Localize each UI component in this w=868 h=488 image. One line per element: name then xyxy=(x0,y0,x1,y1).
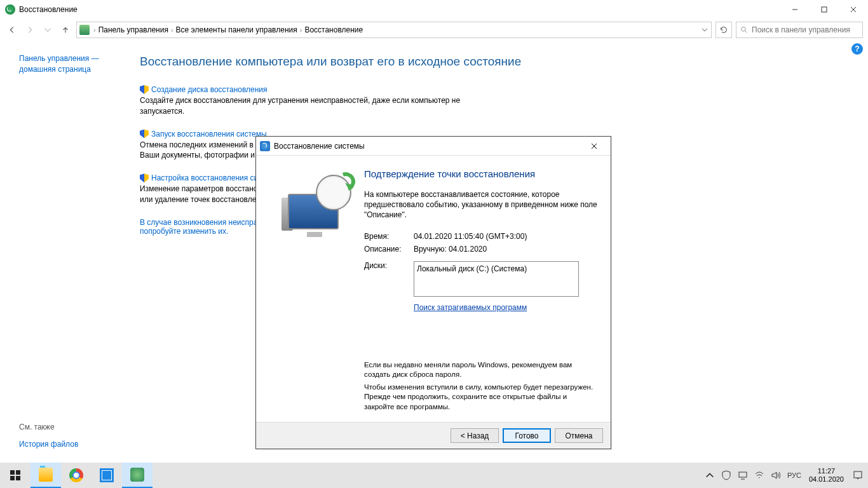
chevron-right-icon: › xyxy=(93,26,96,34)
recent-dropdown[interactable] xyxy=(41,23,55,37)
svg-rect-11 xyxy=(16,476,20,480)
volume-icon[interactable] xyxy=(770,463,782,488)
system-tray: РУС 11:27 04.01.2020 xyxy=(703,463,868,488)
dialog-heading: Подтверждение точки восстановления xyxy=(364,168,598,179)
window-titlebar: Восстановление xyxy=(0,0,868,19)
back-button[interactable]: < Назад xyxy=(451,428,499,443)
minimize-button[interactable] xyxy=(780,0,810,19)
start-system-restore-link[interactable]: Запуск восстановления системы xyxy=(151,130,267,139)
shield-icon xyxy=(140,130,149,139)
system-restore-dialog: Восстановление системы Подтверждение точ… xyxy=(255,136,611,449)
svg-rect-14 xyxy=(854,471,862,478)
dialog-title: Восстановление системы xyxy=(274,142,365,151)
password-warning: Если вы недавно меняли пароль Windows, р… xyxy=(364,360,598,380)
dialog-titlebar[interactable]: Восстановление системы xyxy=(256,137,611,156)
help-button[interactable]: ? xyxy=(851,43,863,55)
maximize-button[interactable] xyxy=(810,0,839,19)
wifi-icon[interactable] xyxy=(753,463,766,488)
search-input[interactable]: Поиск в панели управления xyxy=(736,22,863,38)
cancel-button[interactable]: Отмена xyxy=(555,428,603,443)
language-indicator[interactable]: РУС xyxy=(786,463,803,488)
window-title: Восстановление xyxy=(19,5,78,14)
disks-list[interactable]: Локальный диск (C:) (Система) xyxy=(414,261,579,297)
shield-icon xyxy=(140,85,149,94)
finish-button[interactable]: Готово xyxy=(503,428,551,443)
cp-home-link[interactable]: Панель управления — домашняя страница xyxy=(19,54,99,74)
file-history-link[interactable]: История файлов xyxy=(19,439,78,450)
svg-rect-8 xyxy=(10,470,15,475)
time-label: Время: xyxy=(364,232,414,241)
see-also-label: См. также xyxy=(19,423,78,431)
dialog-artwork xyxy=(269,168,364,414)
chevron-down-icon[interactable] xyxy=(701,26,709,34)
tray-overflow-icon[interactable] xyxy=(703,463,716,488)
dialog-footer: < Назад Готово Отмена xyxy=(256,422,611,449)
svg-rect-12 xyxy=(739,472,747,477)
action-center-icon[interactable] xyxy=(850,463,865,488)
chevron-right-icon: › xyxy=(171,26,173,34)
system-restore-icon xyxy=(260,141,270,151)
restart-warning: Чтобы изменения вступили в силу, компьют… xyxy=(364,383,598,412)
scan-affected-programs-link[interactable]: Поиск затрагиваемых программ xyxy=(414,303,598,312)
description-label: Описание: xyxy=(364,245,414,254)
back-button[interactable] xyxy=(5,23,19,37)
svg-line-5 xyxy=(745,31,747,33)
page-title: Восстановление компьютера или возврат ег… xyxy=(140,55,830,69)
taskbar-app[interactable] xyxy=(92,463,122,488)
taskbar: РУС 11:27 04.01.2020 xyxy=(0,463,868,488)
forward-button[interactable] xyxy=(23,23,37,37)
disks-label: Диски: xyxy=(364,261,414,297)
chrome-icon xyxy=(69,468,83,482)
item-desc: Создайте диск восстановления для устране… xyxy=(140,95,470,117)
svg-rect-1 xyxy=(822,7,827,12)
network-icon[interactable] xyxy=(736,463,749,488)
svg-rect-10 xyxy=(10,476,15,480)
recovery-icon xyxy=(5,4,15,15)
time-value: 04.01.2020 11:05:40 (GMT+3:00) xyxy=(414,232,527,241)
taskbar-chrome[interactable] xyxy=(61,463,92,488)
close-button[interactable] xyxy=(839,0,868,19)
disk-item: Локальный диск (C:) (Система) xyxy=(417,264,527,273)
tray-clock[interactable]: 11:27 04.01.2020 xyxy=(806,467,846,484)
up-button[interactable] xyxy=(58,23,72,37)
create-recovery-drive-link[interactable]: Создание диска восстановления xyxy=(151,85,268,94)
control-panel-icon xyxy=(79,25,90,35)
description-value: Вручную: 04.01.2020 xyxy=(414,245,487,254)
chevron-right-icon: › xyxy=(300,26,302,34)
crumb-leaf[interactable]: Восстановление xyxy=(304,25,363,34)
taskbar-restore[interactable] xyxy=(122,463,153,488)
refresh-button[interactable] xyxy=(715,22,732,38)
restore-icon xyxy=(130,468,144,482)
svg-point-4 xyxy=(742,27,746,32)
shield-icon xyxy=(140,173,149,182)
sidebar: Панель управления — домашняя страница См… xyxy=(0,41,127,463)
search-placeholder: Поиск в панели управления xyxy=(752,25,850,34)
nav-toolbar: › Панель управления › Все элементы панел… xyxy=(0,19,868,41)
dialog-close-button[interactable] xyxy=(581,138,607,154)
svg-rect-9 xyxy=(16,470,20,475)
folder-icon xyxy=(39,468,53,482)
address-bar[interactable]: › Панель управления › Все элементы панел… xyxy=(76,22,712,38)
start-button[interactable] xyxy=(0,463,31,488)
taskbar-explorer[interactable] xyxy=(31,463,61,488)
search-icon xyxy=(740,26,748,34)
monitor-icon xyxy=(100,468,114,482)
dialog-intro: На компьютере восстанавливается состояни… xyxy=(364,189,598,220)
crumb-all[interactable]: Все элементы панели управления xyxy=(176,25,297,34)
security-icon[interactable] xyxy=(720,463,733,488)
crumb-root[interactable]: Панель управления xyxy=(98,25,168,34)
